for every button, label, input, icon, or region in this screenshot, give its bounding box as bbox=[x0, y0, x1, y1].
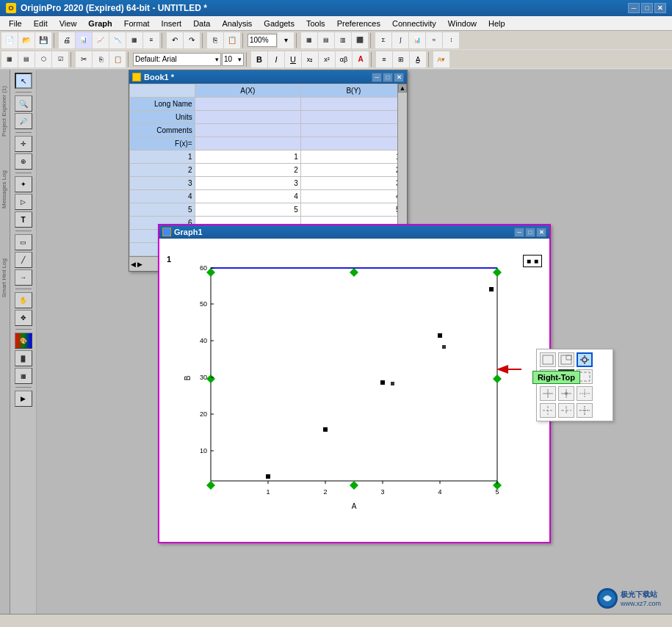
tb2-b1[interactable]: ▦ bbox=[1, 51, 18, 68]
line-tool[interactable]: ╱ bbox=[15, 252, 32, 268]
font-size-dropdown[interactable]: 10 ▾ bbox=[222, 53, 244, 66]
print-btn[interactable]: 🖨 bbox=[59, 32, 75, 48]
pan-tool[interactable]: ⊕ bbox=[15, 153, 32, 170]
tb2-paste[interactable]: 📋 bbox=[109, 51, 126, 68]
cell-longname-a[interactable] bbox=[195, 98, 300, 111]
tb2-b2[interactable]: ▤ bbox=[18, 51, 35, 68]
menu-window[interactable]: Window bbox=[442, 18, 483, 29]
cell-1-a[interactable]: 1 bbox=[195, 151, 300, 164]
menu-data[interactable]: Data bbox=[187, 18, 216, 29]
tb-col4[interactable]: ⬛ bbox=[352, 32, 368, 48]
tb-s5[interactable]: ⫶ bbox=[443, 32, 459, 48]
graph1-maximize[interactable]: □ bbox=[525, 228, 535, 237]
menu-help[interactable]: Help bbox=[483, 18, 511, 29]
zoom-dropdown[interactable]: ▾ bbox=[278, 32, 294, 48]
font-color-A[interactable]: A bbox=[353, 51, 369, 68]
cell-units-b[interactable] bbox=[300, 111, 406, 124]
legend-opt10[interactable] bbox=[540, 403, 556, 418]
tb-btn5[interactable]: ≡ bbox=[143, 32, 159, 48]
cell-4-b[interactable]: 44 bbox=[300, 190, 406, 203]
col-a-header[interactable]: A(X) bbox=[195, 84, 300, 98]
data-reader[interactable]: ✦ bbox=[15, 176, 32, 192]
graph-legend-box[interactable]: ■ ■ bbox=[523, 255, 542, 267]
tb-s3[interactable]: 📊 bbox=[409, 32, 425, 48]
new-btn[interactable]: 📄 bbox=[1, 32, 18, 48]
tb-btn4[interactable]: ▦ bbox=[126, 32, 142, 48]
tb2-b4[interactable]: ☑ bbox=[52, 51, 68, 68]
arrow-tool[interactable]: → bbox=[15, 269, 32, 286]
cell-1-b[interactable]: 11 bbox=[300, 151, 406, 164]
cell-comments-a[interactable] bbox=[195, 124, 300, 137]
menu-edit[interactable]: Edit bbox=[28, 18, 54, 29]
menu-format[interactable]: Format bbox=[118, 18, 156, 29]
menu-gadgets[interactable]: Gadgets bbox=[258, 18, 300, 29]
select-tool[interactable]: ↖ bbox=[15, 73, 32, 89]
tb2-b3[interactable]: ⬡ bbox=[35, 51, 51, 68]
vtab-messages-log[interactable]: Messages Log bbox=[0, 167, 10, 211]
cell-units-a[interactable] bbox=[195, 111, 300, 124]
legend-opt7[interactable] bbox=[540, 386, 556, 401]
vtab-project-explorer[interactable]: Project Explorer (1) bbox=[0, 84, 10, 138]
cell-5-a[interactable]: 5 bbox=[195, 203, 300, 217]
subscript-btn[interactable]: x₂ bbox=[302, 51, 318, 68]
cell-comments-b[interactable] bbox=[300, 124, 406, 137]
legend-opt8[interactable] bbox=[558, 386, 574, 401]
zoom-input[interactable] bbox=[248, 34, 277, 47]
legend-opt12[interactable] bbox=[577, 403, 593, 418]
copy-btn[interactable]: ⎘ bbox=[207, 32, 223, 48]
cell-5-b[interactable]: 55 bbox=[300, 203, 406, 217]
zoom-out-tool[interactable]: 🔎 bbox=[15, 113, 32, 129]
color-palette[interactable]: 🎨 bbox=[15, 333, 32, 349]
tb-btn2[interactable]: 📈 bbox=[93, 32, 109, 48]
superscript-btn[interactable]: x² bbox=[319, 51, 335, 68]
book1-close[interactable]: ✕ bbox=[394, 73, 404, 82]
paste-btn[interactable]: 📋 bbox=[224, 32, 240, 48]
italic-btn[interactable]: I bbox=[268, 51, 284, 68]
rect-tool[interactable]: ▭ bbox=[15, 234, 32, 250]
text-tool[interactable]: T bbox=[15, 211, 32, 228]
vtab-smart-hint[interactable]: Smart Hint Log bbox=[0, 255, 10, 300]
menu-insert[interactable]: Insert bbox=[156, 18, 188, 29]
menu-view[interactable]: View bbox=[54, 18, 83, 29]
move-tool[interactable]: ✥ bbox=[15, 310, 32, 326]
bg-color-btn[interactable]: A▾ bbox=[433, 51, 449, 68]
menu-file[interactable]: File bbox=[3, 18, 28, 29]
legend-gear[interactable] bbox=[577, 352, 593, 367]
undo-btn[interactable]: ↶ bbox=[167, 32, 183, 48]
legend-opt9[interactable] bbox=[577, 386, 593, 401]
book1-minimize[interactable]: ─ bbox=[372, 73, 382, 82]
legend-opt11[interactable] bbox=[558, 403, 574, 418]
cell-longname-b[interactable] bbox=[300, 98, 406, 111]
tb-col2[interactable]: ▤ bbox=[318, 32, 334, 48]
cell-3-b[interactable]: 33 bbox=[300, 177, 406, 190]
tb-s1[interactable]: Σ bbox=[375, 32, 391, 48]
gradient-tool[interactable]: ▓ bbox=[15, 350, 32, 366]
graph1-titlebar[interactable]: Graph1 ─ □ ✕ bbox=[159, 225, 549, 239]
annotation-tool[interactable]: ▷ bbox=[15, 194, 32, 210]
maximize-btn[interactable]: □ bbox=[641, 3, 653, 13]
font-dropdown[interactable]: Default: Arial ▾ bbox=[133, 53, 221, 66]
open-btn[interactable]: 📂 bbox=[18, 32, 35, 48]
menu-graph[interactable]: Graph bbox=[82, 18, 118, 29]
bold-btn[interactable]: B bbox=[251, 51, 267, 68]
col-b-header[interactable]: B(Y) bbox=[300, 84, 406, 98]
tb2-misc1[interactable]: ⊞ bbox=[393, 51, 409, 68]
legend-corner-tr[interactable] bbox=[558, 352, 574, 367]
book1-titlebar[interactable]: Book1 * ─ □ ✕ bbox=[129, 70, 407, 84]
table-tool[interactable]: ▦ bbox=[15, 368, 32, 384]
close-btn[interactable]: ✕ bbox=[654, 3, 666, 13]
cell-fx-a[interactable] bbox=[195, 137, 300, 151]
cell-4-a[interactable]: 4 bbox=[195, 190, 300, 203]
graph-svg[interactable]: 60 50 40 30 20 10 B 1 2 3 4 5 bbox=[181, 261, 519, 525]
cell-fx-b[interactable] bbox=[300, 137, 406, 151]
book1-maximize[interactable]: □ bbox=[383, 73, 393, 82]
menu-analysis[interactable]: Analysis bbox=[216, 18, 258, 29]
expand-tool[interactable]: ▶ bbox=[15, 391, 32, 407]
tb-col3[interactable]: ▥ bbox=[335, 32, 351, 48]
save-btn[interactable]: 💾 bbox=[35, 32, 51, 48]
legend-corner-tl[interactable] bbox=[540, 352, 556, 367]
cell-3-a[interactable]: 3 bbox=[195, 177, 300, 190]
graph1-close[interactable]: ✕ bbox=[536, 228, 546, 237]
zoom-in-tool[interactable]: 🔍 bbox=[15, 95, 32, 112]
align-left[interactable]: ≡ bbox=[376, 51, 392, 68]
